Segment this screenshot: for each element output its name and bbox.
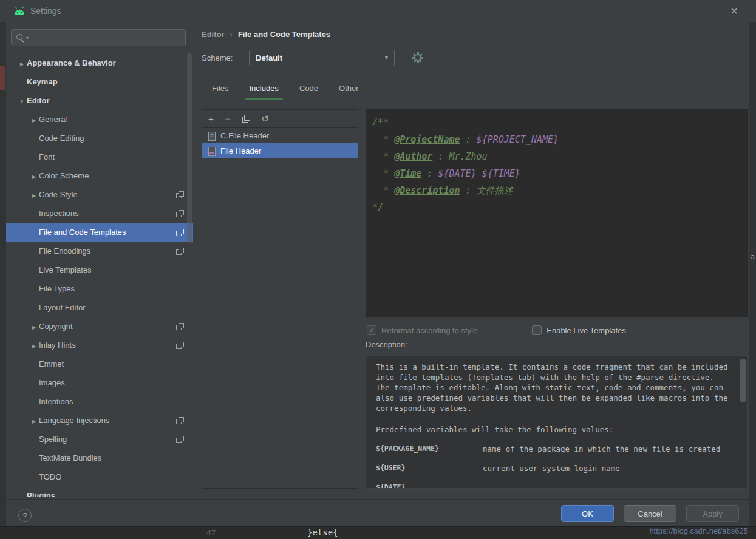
tab-other[interactable]: Other	[329, 78, 369, 100]
expand-arrow-icon[interactable]: ▶	[29, 186, 39, 205]
settings-search[interactable]: ▾	[11, 29, 186, 46]
shared-settings-icon	[176, 248, 183, 255]
android-icon	[13, 6, 26, 16]
sidebar-item-todo[interactable]: TODO	[6, 467, 193, 486]
tab-label: Code	[299, 84, 318, 93]
sidebar-item-label: Copyright	[39, 322, 73, 331]
reformat-label: Reformat according to style	[381, 326, 477, 335]
variable-name: ${DATE}	[376, 483, 483, 489]
c-file-icon	[207, 131, 217, 141]
sidebar-item-label: File and Code Templates	[39, 228, 126, 237]
template-item-c-file-header[interactable]: C File Header	[202, 128, 358, 143]
template-item-label: C File Header	[220, 131, 269, 140]
shared-settings-icon	[176, 191, 183, 198]
sidebar-item-file-types[interactable]: File Types	[6, 279, 193, 298]
sidebar-item-plugins[interactable]: Plugins	[6, 486, 193, 497]
sidebar-item-file-encodings[interactable]: File Encodings	[6, 242, 193, 260]
sidebar-item-font[interactable]: Font	[6, 147, 193, 166]
sidebar-item-label: Spelling	[39, 435, 67, 444]
scheme-value: Default	[256, 53, 384, 63]
description-scrollbar[interactable]	[740, 359, 746, 402]
breadcrumb-editor[interactable]: Editor	[202, 30, 225, 39]
variable-name: ${USER}	[376, 464, 483, 473]
tab-includes[interactable]: Includes	[239, 78, 288, 100]
sidebar-item-appearance-behavior[interactable]: ▶Appearance & Behavior	[6, 53, 193, 72]
apply-button[interactable]: Apply	[686, 505, 739, 522]
sidebar-item-editor[interactable]: ▼Editor	[6, 91, 193, 110]
scheme-row: Scheme: Default ▼	[202, 49, 424, 67]
variable-row: ${PACKAGE_NAME}name of the package in wh…	[376, 444, 738, 453]
description-panel: This is a built-in template. It contains…	[366, 355, 748, 489]
background-line-number: 47	[206, 528, 216, 537]
background-right-gap	[749, 22, 756, 526]
sidebar-scrollbar[interactable]	[187, 53, 192, 243]
tab-files[interactable]: Files	[202, 78, 239, 100]
code-line: /**	[372, 114, 741, 131]
template-code: /** * @ProjectName : ${PROJECT_NAME} * @…	[372, 114, 741, 216]
background-code-fragment: }else{	[307, 527, 338, 537]
sidebar-item-live-templates[interactable]: Live Templates	[6, 260, 193, 279]
gear-icon[interactable]	[412, 52, 424, 64]
sidebar-item-keymap[interactable]: Keymap	[6, 72, 193, 91]
template-item-file-header[interactable]: File Header	[202, 143, 358, 158]
sidebar-item-label: Font	[39, 152, 55, 161]
template-list-panel: +−↺ C File HeaderFile Header	[202, 109, 358, 489]
collapse-arrow-icon[interactable]: ▼	[17, 92, 27, 111]
shared-settings-icon	[176, 342, 183, 349]
sidebar-item-label: File Types	[39, 284, 75, 293]
expand-arrow-icon[interactable]: ▶	[17, 55, 27, 73]
tab-code[interactable]: Code	[289, 78, 329, 100]
reformat-checkbox[interactable]: ✓	[367, 325, 376, 335]
sidebar-item-inspections[interactable]: Inspections	[6, 204, 193, 223]
expand-arrow-icon[interactable]: ▶	[29, 168, 39, 186]
help-label: ?	[22, 511, 27, 520]
expand-arrow-icon[interactable]: ▶	[29, 337, 39, 356]
expand-arrow-icon[interactable]: ▶	[29, 318, 39, 337]
shared-settings-icon	[176, 210, 183, 217]
expand-arrow-icon[interactable]: ▶	[29, 111, 39, 130]
search-input[interactable]	[32, 33, 185, 43]
expand-arrow-icon[interactable]: ▶	[29, 412, 39, 431]
remove-icon[interactable]: −	[225, 114, 231, 123]
add-icon[interactable]: +	[208, 114, 214, 123]
sidebar-item-general[interactable]: ▶General	[6, 110, 193, 129]
sidebar-item-copyright[interactable]: ▶Copyright	[6, 317, 193, 336]
sidebar-item-label: Plugins	[27, 491, 55, 497]
background-left-stripe	[0, 66, 5, 90]
live-templates-checkbox[interactable]	[532, 325, 542, 335]
close-icon[interactable]: ×	[730, 4, 738, 18]
help-button[interactable]: ?	[18, 509, 32, 522]
variable-description: name of the package in which the new fil…	[483, 444, 720, 453]
ok-button[interactable]: OK	[561, 505, 614, 522]
copy-icon[interactable]	[242, 115, 250, 123]
description-text: This is a built-in template. It contains…	[376, 362, 738, 413]
template-item-label: File Header	[220, 146, 261, 155]
background-left-gap	[0, 22, 6, 526]
titlebar: Settings ×	[0, 0, 756, 22]
sidebar-item-code-editing[interactable]: Code Editing	[6, 129, 193, 147]
sidebar-item-inlay-hints[interactable]: ▶Inlay Hints	[6, 336, 193, 354]
sidebar-item-emmet[interactable]: Emmet	[6, 354, 193, 373]
sidebar-item-language-injections[interactable]: ▶Language Injections	[6, 411, 193, 430]
search-history-caret-icon[interactable]: ▾	[26, 35, 29, 41]
reset-icon[interactable]: ↺	[262, 114, 270, 123]
sidebar-item-label: Live Templates	[39, 265, 91, 274]
settings-dialog: Settings × ▾ ▶Appearance & BehaviorKeyma…	[0, 0, 756, 527]
sidebar-item-label: File Encodings	[39, 246, 90, 256]
sidebar-item-color-scheme[interactable]: ▶Color Scheme	[6, 166, 193, 185]
sidebar-item-intentions[interactable]: Intentions	[6, 392, 193, 411]
variable-row: ${DATE}	[376, 483, 738, 489]
sidebar-item-code-style[interactable]: ▶Code Style	[6, 185, 193, 204]
template-editor[interactable]: /** * @ProjectName : ${PROJECT_NAME} * @…	[366, 109, 748, 317]
code-line: */	[372, 199, 741, 216]
sidebar-item-layout-editor[interactable]: Layout Editor	[6, 298, 193, 317]
template-options: ✓ Reformat according to style Enable Liv…	[367, 324, 748, 337]
scheme-select[interactable]: Default ▼	[249, 50, 395, 66]
sidebar-item-textmate-bundles[interactable]: TextMate Bundles	[6, 449, 193, 467]
cancel-button[interactable]: Cancel	[624, 505, 676, 522]
description-paragraph: This is a built-in template. It contains…	[376, 362, 738, 382]
live-templates-label: Enable Live Templates	[547, 326, 626, 335]
sidebar-item-images[interactable]: Images	[6, 373, 193, 392]
sidebar-item-spelling[interactable]: Spelling	[6, 430, 193, 449]
sidebar-item-file-and-code-templates[interactable]: File and Code Templates	[6, 223, 193, 242]
